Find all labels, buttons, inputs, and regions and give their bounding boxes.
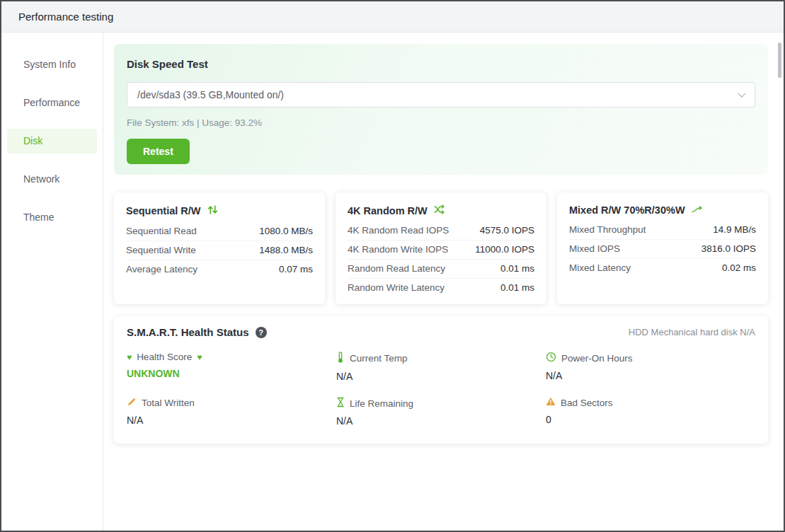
stat-value: 0.02 ms <box>722 263 756 273</box>
stat-row: 4K Random Read IOPS 4575.0 IOPS <box>348 221 534 241</box>
filesystem-info: File System: xfs | Usage: 93.2% <box>127 117 755 128</box>
stat-label: Sequential Write <box>126 245 196 255</box>
smart-item-label: Bad Sectors <box>561 398 613 408</box>
smart-item-total-written: Total Written N/A <box>127 397 336 427</box>
stat-value: 0.01 ms <box>500 264 534 274</box>
smart-item-value: 0 <box>546 414 755 425</box>
warning-icon <box>546 397 556 408</box>
card-title: 4K Random R/W <box>348 205 428 216</box>
stat-value: 0.07 ms <box>279 265 313 274</box>
smart-health-card: S.M.A.R.T. Health Status ? HDD Mechanica… <box>114 316 768 444</box>
card-title: Mixed R/W 70%R/30%W <box>569 204 685 216</box>
smart-item-value: N/A <box>127 415 336 426</box>
main-content: Disk Speed Test /dev/sda3 (39.5 GB,Mount… <box>103 33 784 532</box>
sidebar-item-theme[interactable]: Theme <box>7 205 97 230</box>
thermometer-icon <box>336 352 345 365</box>
card-header: Sequential R/W <box>126 202 313 222</box>
stat-label: Sequential Read <box>126 226 197 236</box>
chevron-down-icon <box>738 90 745 98</box>
card-header: Mixed R/W 70%R/30%W <box>569 202 756 221</box>
panel-title: Disk Speed Test <box>127 58 755 70</box>
stat-label: Random Read Latency <box>348 264 445 274</box>
dialog-titlebar: Performance testing <box>1 1 784 33</box>
stat-row: Mixed Latency 0.02 ms <box>569 259 756 277</box>
sidebar-item-system-info[interactable]: System Info <box>7 52 97 77</box>
stat-row: Random Read Latency 0.01 ms <box>348 260 534 279</box>
mixed-rw-card: Mixed R/W 70%R/30%W Mixed Throughput 14.… <box>557 192 768 304</box>
smart-item-value: N/A <box>336 371 546 382</box>
stat-row: Sequential Write 1488.0 MB/s <box>126 241 313 260</box>
trend-arrow-icon <box>692 204 703 216</box>
stat-label: Average Latency <box>126 265 197 274</box>
smart-title: S.M.A.R.T. Health Status <box>127 326 249 338</box>
device-select-value: /dev/sda3 (39.5 GB,Mounted on/) <box>137 89 284 100</box>
card-header: 4K Random R/W <box>348 202 534 221</box>
stat-value: 4575.0 IOPS <box>480 226 534 236</box>
vertical-scrollbar-thumb[interactable] <box>778 42 781 78</box>
smart-item-current-temp: Current Temp N/A <box>336 352 546 382</box>
hourglass-icon <box>336 397 345 410</box>
smart-item-value: UNKNOWN <box>127 368 336 379</box>
smart-item-value: N/A <box>336 415 546 427</box>
smart-header: S.M.A.R.T. Health Status ? HDD Mechanica… <box>127 326 755 338</box>
smart-disk-type-note: HDD Mechanical hard disk N/A <box>629 327 755 337</box>
stat-row: Sequential Read 1080.0 MB/s <box>126 222 313 241</box>
sidebar-item-disk[interactable]: Disk <box>7 129 97 154</box>
stat-row: Mixed IOPS 3816.0 IOPS <box>569 240 756 259</box>
stat-value: 14.9 MB/s <box>713 225 756 235</box>
smart-item-label: Power-On Hours <box>561 353 633 364</box>
smart-item-value: N/A <box>546 370 755 381</box>
device-select[interactable]: /dev/sda3 (39.5 GB,Mounted on/) <box>127 82 755 108</box>
heart-icon: ♥ <box>197 353 202 362</box>
smart-item-bad-sectors: Bad Sectors 0 <box>546 397 755 427</box>
stat-label: 4K Random Write IOPS <box>348 245 448 255</box>
stat-label: Random Write Latency <box>348 283 445 293</box>
sidebar-item-performance[interactable]: Performance <box>7 91 97 115</box>
shuffle-icon <box>434 204 445 216</box>
smart-grid: ♥ Health Score ♥ UNKNOWN <box>127 352 755 427</box>
stat-value: 11000.0 IOPS <box>475 245 534 255</box>
stat-label: Mixed Latency <box>569 263 631 273</box>
card-title: Sequential R/W <box>126 205 201 216</box>
stat-row: Average Latency 0.07 ms <box>126 260 313 279</box>
stat-row: 4K Random Write IOPS 11000.0 IOPS <box>348 241 534 260</box>
sidebar-item-network[interactable]: Network <box>7 167 97 192</box>
sequential-rw-card: Sequential R/W Sequential Read 1080.0 MB… <box>114 192 325 304</box>
disk-speed-test-panel: Disk Speed Test /dev/sda3 (39.5 GB,Mount… <box>114 44 768 175</box>
stats-row: Sequential R/W Sequential Read 1080.0 MB… <box>114 192 768 304</box>
sort-arrows-icon <box>207 204 218 217</box>
stat-label: Mixed IOPS <box>569 244 620 254</box>
stat-label: 4K Random Read IOPS <box>348 226 449 236</box>
smart-item-label: Health Score <box>137 352 192 362</box>
stat-value: 1080.0 MB/s <box>259 226 313 236</box>
stat-row: Random Write Latency 0.01 ms <box>348 279 534 297</box>
smart-item-label: Total Written <box>142 398 195 408</box>
smart-item-life-remaining: Life Remaining N/A <box>336 397 546 427</box>
stat-value: 0.01 ms <box>500 283 534 293</box>
question-icon[interactable]: ? <box>256 327 267 338</box>
heart-icon: ♥ <box>127 353 132 362</box>
smart-item-label: Life Remaining <box>350 398 413 409</box>
stat-value: 1488.0 MB/s <box>259 245 313 255</box>
smart-item-health-score: ♥ Health Score ♥ UNKNOWN <box>127 352 336 382</box>
sidebar: System Info Performance Disk Network The… <box>1 33 103 532</box>
stat-row: Mixed Throughput 14.9 MB/s <box>569 221 756 240</box>
clock-icon <box>546 352 556 364</box>
stat-label: Mixed Throughput <box>569 225 646 235</box>
retest-button[interactable]: Retest <box>127 139 190 164</box>
stat-value: 3816.0 IOPS <box>701 244 756 254</box>
smart-item-power-on-hours: Power-On Hours N/A <box>546 352 755 382</box>
pencil-icon <box>127 397 137 409</box>
dialog-body: System Info Performance Disk Network The… <box>1 33 784 532</box>
smart-item-label: Current Temp <box>350 353 408 364</box>
page-title: Performance testing <box>18 11 113 23</box>
random-rw-card: 4K Random R/W 4K Random Read IOPS 4575.0… <box>336 192 546 304</box>
